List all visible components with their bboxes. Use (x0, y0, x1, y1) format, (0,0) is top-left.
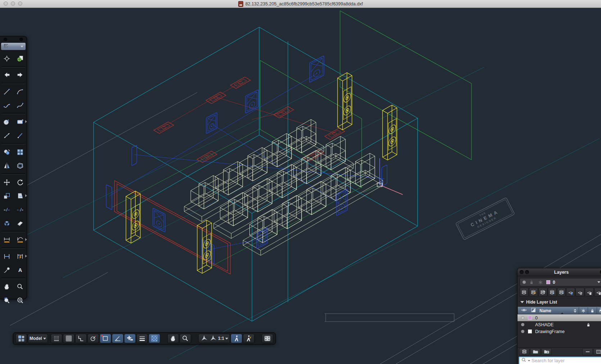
tool-redo-button[interactable] (13, 68, 27, 82)
tool-explode-button[interactable] (0, 217, 13, 230)
current-lock-icon[interactable] (528, 279, 535, 286)
layer-delete-button[interactable] (529, 288, 538, 297)
layer-color-swatch[interactable] (528, 329, 532, 333)
drawing-canvas[interactable]: THECINEMADESIGNER (0, 0, 601, 364)
layer-list-header[interactable]: Name (518, 307, 601, 314)
view-scale-dropdown-icon[interactable] (225, 338, 228, 340)
tool-spline-button[interactable] (13, 99, 27, 112)
layer-lock-button[interactable] (585, 288, 594, 297)
layer-row[interactable]: ASHADE (518, 321, 601, 328)
tool-dim-angular-button[interactable] (13, 233, 27, 247)
panel-close-icon[interactable] (520, 270, 524, 274)
tool-undo-button[interactable] (0, 68, 13, 82)
polar-tracking-button[interactable] (87, 334, 99, 343)
tool-arc-button[interactable] (13, 85, 27, 99)
fly-view-button[interactable] (243, 334, 254, 343)
tool-rectangle-button[interactable] (13, 115, 27, 129)
lock-column-icon[interactable] (589, 308, 596, 314)
search-icon[interactable] (521, 357, 527, 364)
tool-trim-face-button[interactable] (13, 189, 27, 203)
search-input[interactable] (531, 358, 601, 364)
tool-zoom-extents-button[interactable] (13, 294, 27, 307)
tool-pan-button[interactable] (0, 280, 13, 294)
fit-screen-button[interactable] (262, 334, 273, 343)
layer-row[interactable]: 0 (518, 314, 601, 321)
layout-grid-button[interactable] (15, 334, 27, 343)
lineweight-button[interactable] (136, 334, 148, 343)
print-column-icon[interactable] (598, 308, 601, 314)
walk-view-button[interactable] (231, 334, 242, 343)
snap-plus-button[interactable] (124, 334, 136, 343)
layer-row[interactable]: DrawingFrame (518, 328, 601, 335)
tool-array-button[interactable] (13, 145, 27, 159)
tool-text-button[interactable]: A (13, 263, 27, 277)
layer-undo-button[interactable] (538, 288, 547, 297)
tool-dim-linear-button[interactable] (0, 233, 13, 247)
tool-dim-flash-button[interactable] (13, 250, 27, 263)
tool-scale-button[interactable] (0, 189, 13, 203)
current-layer-selector[interactable]: 0 (520, 278, 601, 286)
search-options-icon[interactable] (528, 360, 530, 361)
tool-segment-button[interactable] (13, 129, 27, 142)
color-column-icon[interactable] (530, 307, 537, 314)
layer-color-swatch[interactable] (528, 316, 532, 320)
current-visibility-dot[interactable] (523, 281, 526, 284)
layer-search-field[interactable] (519, 356, 601, 364)
columns-button[interactable] (593, 348, 601, 355)
pan-button[interactable] (167, 334, 179, 343)
layer-visibility-dot[interactable] (521, 330, 524, 333)
view-scale-button[interactable]: 1:1 (198, 334, 230, 343)
tool-eraser-button[interactable] (13, 217, 27, 230)
tool-zoom-button[interactable] (13, 280, 27, 294)
tool-insert-block-button[interactable] (13, 52, 27, 65)
tool-circle-button[interactable] (0, 115, 13, 129)
panel-collapse-icon[interactable] (525, 270, 529, 274)
hatch-fill-button[interactable] (149, 334, 160, 343)
tool-line-button[interactable] (0, 85, 13, 99)
hide-layer-list-toggle[interactable]: Hide Layer List (518, 297, 601, 307)
ortho-button[interactable] (75, 334, 87, 343)
layer-current-button[interactable] (548, 288, 557, 297)
palette-header[interactable] (1, 43, 26, 50)
close-button[interactable] (4, 1, 8, 6)
tool-trim-button[interactable] (0, 203, 13, 217)
freeze-column-icon[interactable] (580, 308, 587, 314)
layers-panel-titlebar[interactable]: Layers (518, 268, 601, 276)
layers-flat-button[interactable] (519, 348, 529, 355)
model-space-button[interactable]: Model (28, 334, 48, 343)
zoom-button[interactable] (18, 1, 22, 6)
folder-button[interactable] (530, 348, 541, 355)
palette-grip[interactable] (0, 36, 27, 42)
tool-copy-button[interactable] (0, 145, 13, 159)
name-column-header[interactable]: Name (539, 308, 551, 313)
tool-zoom-previous-button[interactable] (0, 294, 13, 307)
flyout-arrow-icon[interactable] (25, 238, 27, 241)
minimize-button[interactable] (11, 1, 15, 6)
current-layer-dropdown-icon[interactable] (597, 281, 600, 283)
tool-extend-button[interactable] (13, 203, 27, 217)
snap-grid-button[interactable] (51, 334, 62, 343)
model-space-dropdown-icon[interactable] (43, 338, 46, 340)
layer-freeze-button[interactable] (566, 288, 575, 297)
tool-move-button[interactable] (0, 176, 13, 189)
tool-dim-horizontal-button[interactable] (0, 250, 13, 263)
grid-display-button[interactable] (63, 334, 74, 343)
minus-button[interactable] (582, 348, 593, 355)
zoom-button[interactable] (180, 334, 191, 343)
current-color-swatch[interactable] (546, 280, 550, 284)
flyout-arrow-icon[interactable] (25, 255, 27, 258)
layer-lock-icon[interactable] (585, 322, 592, 328)
layer-new-button[interactable] (520, 288, 529, 297)
palette-dropdown-icon[interactable] (21, 46, 23, 47)
current-freeze-icon[interactable] (537, 279, 544, 286)
flyout-arrow-icon[interactable] (25, 120, 27, 123)
sort-icons[interactable] (574, 309, 578, 313)
flyout-arrow-icon[interactable] (25, 194, 27, 197)
tool-leader-button[interactable] (0, 263, 13, 277)
layer-visibility-dot[interactable] (521, 323, 524, 326)
layer-return-button[interactable] (557, 288, 566, 297)
snap-tracking-button[interactable] (112, 334, 123, 343)
layer-visibility-dot[interactable] (521, 316, 524, 319)
object-snap-button[interactable] (100, 334, 111, 343)
tool-mirror-button[interactable] (0, 159, 13, 173)
